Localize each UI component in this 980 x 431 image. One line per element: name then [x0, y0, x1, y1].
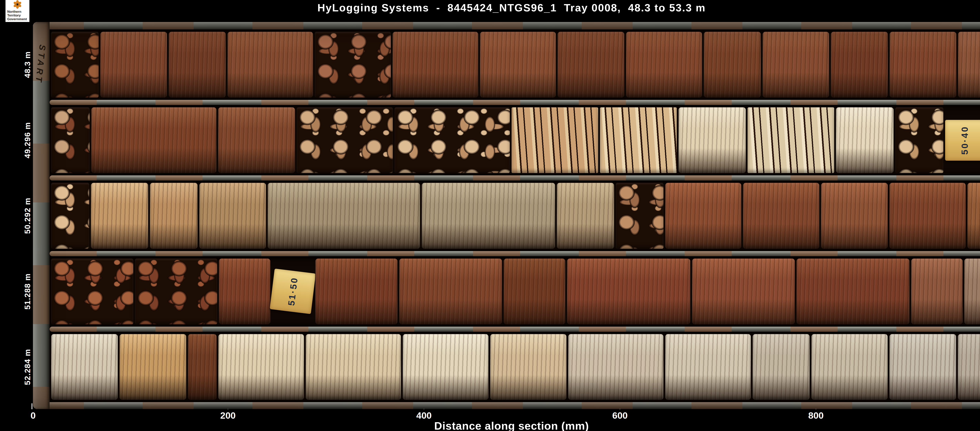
- core-piece: [748, 107, 834, 173]
- core-piece: [395, 107, 510, 173]
- core-piece: [51, 334, 118, 400]
- core-piece: [150, 183, 197, 249]
- tray-divider-rail: [49, 251, 980, 256]
- core-piece: [889, 334, 956, 400]
- core-row: 51·50: [49, 256, 980, 327]
- core-rows: 50·4051·50: [49, 29, 980, 402]
- core-piece: [600, 107, 677, 173]
- core-piece: [268, 183, 420, 249]
- depth-block-marker-text: 50·40: [959, 126, 970, 155]
- core-piece: [889, 183, 966, 249]
- hylogging-viewer: Northern Territory Government HyLogging …: [0, 0, 980, 431]
- tray-divider-rail: [49, 176, 980, 180]
- start-marking: START: [34, 44, 48, 85]
- core-piece: [306, 334, 401, 400]
- axis-tick-label: 800: [808, 410, 824, 421]
- tray-divider-rail: [49, 100, 980, 105]
- core-piece: [100, 32, 167, 97]
- tray-frame-top: [33, 22, 980, 29]
- core-piece: [616, 183, 663, 249]
- core-piece: [763, 32, 829, 97]
- core-piece: [169, 32, 226, 97]
- core-piece: [119, 334, 186, 400]
- nt-logo-line: Territory: [7, 14, 29, 17]
- core-piece: [480, 32, 556, 97]
- core-piece: [679, 107, 746, 173]
- core-piece: [692, 259, 795, 324]
- axis-tick-label: 400: [416, 410, 431, 421]
- core-piece: [228, 32, 313, 97]
- core-piece: [219, 259, 270, 324]
- x-axis-title: Distance along section (mm): [0, 420, 980, 431]
- depth-label: 51.288 m: [23, 273, 32, 310]
- tray-frame-bottom: [33, 402, 980, 409]
- core-piece: [422, 183, 555, 249]
- tray-frame-left: START: [33, 22, 49, 409]
- core-piece: [964, 259, 980, 324]
- core-piece: [218, 107, 295, 173]
- depth-label: 50.292 m: [23, 198, 32, 234]
- core-piece: [811, 334, 888, 400]
- core-piece: [958, 334, 980, 400]
- core-piece: [743, 183, 819, 249]
- core-piece: [297, 107, 393, 173]
- core-piece: [188, 334, 216, 400]
- core-piece: [504, 259, 565, 324]
- core-piece: [557, 183, 614, 249]
- core-piece: [91, 107, 216, 173]
- core-piece: [51, 32, 99, 97]
- core-piece: [403, 334, 488, 400]
- core-piece: [797, 259, 910, 324]
- core-piece: [51, 107, 89, 173]
- core-piece: [315, 259, 398, 324]
- tray-divider-rail: [49, 327, 980, 332]
- core-piece: [752, 334, 810, 400]
- core-row: [49, 332, 980, 402]
- core-row: 50·40: [49, 105, 980, 176]
- axis-tick-label: 200: [220, 410, 235, 421]
- core-tray-photo: 50·4051·50 START: [33, 22, 980, 409]
- core-piece: [512, 107, 598, 173]
- core-piece: [836, 107, 894, 173]
- core-piece: [626, 32, 702, 97]
- page-title: HyLogging Systems - 8445424_NTGS96_1 Tra…: [0, 2, 980, 14]
- core-piece: [831, 32, 888, 97]
- core-piece: [967, 183, 980, 249]
- core-piece: [51, 183, 89, 249]
- core-piece: [821, 183, 888, 249]
- core-piece: [135, 259, 217, 324]
- depth-block-marker: 50·40: [945, 120, 980, 161]
- core-piece: [51, 259, 133, 324]
- core-piece: [393, 32, 478, 97]
- core-piece: [895, 107, 943, 173]
- depth-label: 52.284 m: [23, 349, 32, 385]
- depth-block-marker: 51·50: [270, 268, 316, 314]
- core-piece: [704, 32, 761, 97]
- core-piece: [91, 183, 148, 249]
- core-piece: [490, 334, 566, 400]
- core-piece: [568, 334, 663, 400]
- core-piece: [315, 32, 391, 97]
- core-piece: [665, 334, 751, 400]
- core-row: [49, 29, 980, 100]
- core-piece: [218, 334, 304, 400]
- depth-label: 49.296 m: [23, 122, 32, 158]
- core-piece: [567, 259, 690, 324]
- axis-tick-label: 600: [612, 410, 628, 421]
- core-piece: [399, 259, 502, 324]
- core-piece: [911, 259, 963, 324]
- core-row: [49, 180, 980, 251]
- axis-tick-label: 0: [30, 410, 36, 421]
- core-piece: [199, 183, 266, 249]
- nt-logo-line: Government: [7, 17, 29, 21]
- depth-label: 48.3 m: [23, 51, 32, 78]
- core-piece: [558, 32, 624, 97]
- axis-major-tick: [32, 403, 32, 409]
- core-piece: [889, 32, 956, 97]
- core-piece: [958, 32, 980, 97]
- core-piece: [665, 183, 741, 249]
- depth-block-marker-text: 51·50: [286, 276, 300, 306]
